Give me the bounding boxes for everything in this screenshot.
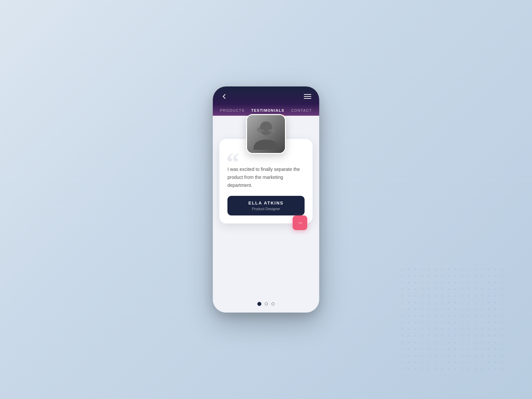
header-top-bar bbox=[213, 86, 319, 105]
pagination-dot-3[interactable] bbox=[271, 302, 275, 306]
avatar-wrapper bbox=[246, 114, 286, 154]
phone-content-area: “ I was excited to finally separate the … bbox=[213, 116, 319, 313]
dot-grid-decoration bbox=[399, 266, 505, 372]
person-info-block: ELLA ATKINS Product Designer bbox=[227, 196, 305, 215]
pagination-dot-1[interactable] bbox=[257, 302, 261, 306]
avatar-image bbox=[247, 115, 285, 153]
testimonial-quote-text: I was excited to finally separate the pr… bbox=[227, 166, 305, 189]
menu-icon-line3 bbox=[304, 98, 311, 99]
pagination-dots bbox=[257, 302, 275, 306]
phone-frame: PRODUCTS TESTIMONIALS CONTACT bbox=[213, 86, 319, 313]
card-body: “ I was excited to finally separate the … bbox=[227, 146, 305, 215]
phone-header: PRODUCTS TESTIMONIALS CONTACT bbox=[213, 86, 319, 116]
card-container: “ I was excited to finally separate the … bbox=[213, 116, 319, 223]
tab-contact[interactable]: CONTACT bbox=[291, 108, 312, 116]
back-icon bbox=[221, 93, 227, 100]
pagination-dot-2[interactable] bbox=[265, 302, 268, 306]
menu-button[interactable] bbox=[304, 94, 311, 99]
testimonial-card: “ I was excited to finally separate the … bbox=[219, 139, 313, 223]
menu-icon-line2 bbox=[304, 96, 311, 97]
person-role: Product Designer bbox=[234, 207, 298, 211]
tab-products[interactable]: PRODUCTS bbox=[220, 108, 245, 116]
arrow-right-icon: → bbox=[297, 219, 303, 226]
person-name: ELLA ATKINS bbox=[234, 200, 298, 205]
back-button[interactable] bbox=[221, 93, 227, 100]
svg-point-2 bbox=[260, 121, 272, 135]
menu-icon-line1 bbox=[304, 94, 311, 95]
next-button[interactable]: → bbox=[293, 215, 307, 230]
avatar-svg bbox=[247, 115, 285, 153]
